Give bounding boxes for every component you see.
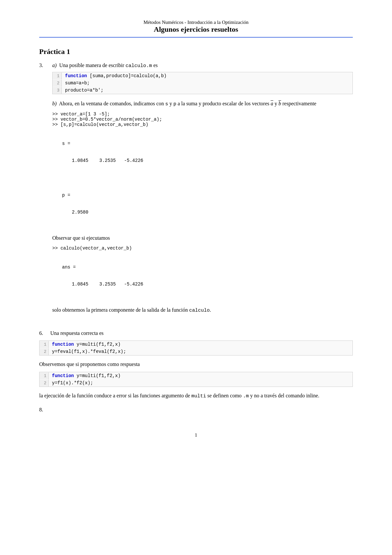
line-content-6a-1: function y=multi(f1,f2,x) [49, 341, 124, 348]
output-ans-label: ans = [62, 265, 353, 270]
p-code: p [173, 101, 176, 107]
code-block-6b: 1 function y=multi(f1,f2,x) 2 y=f1(x).*f… [39, 372, 353, 387]
code-line-1: 1 function [suma,producto]=calculo(a,b) [53, 72, 352, 79]
code-block-6a: 1 function y=multi(f1,f2,x) 2 y=feval(f1… [39, 340, 353, 356]
output-s-label: s = [62, 141, 353, 146]
problem-6-observar: Observemos que si proponemos como respue… [39, 360, 353, 369]
line-content-2: suma=a+b; [62, 79, 93, 87]
observar-text: Observar que si ejecutamos [52, 234, 353, 242]
line-num-6b-1: 1 [40, 373, 49, 379]
code-6a-line-1: 1 function y=multi(f1,f2,x) [40, 341, 352, 348]
s-code: s [165, 101, 168, 107]
line-num-6a-1: 1 [40, 341, 49, 348]
conclusion-text: solo obtenemos la primera componente de … [52, 306, 353, 315]
problem-3-number: 3. [39, 62, 52, 320]
commands-block: >> vector_a=[1 3 -5]; >> vector_b=0.5*ve… [52, 112, 353, 127]
output-s-values: 1.0845 3.2535 -5.4226 [72, 158, 353, 163]
problem-8: 8. [39, 407, 353, 413]
part-b-label: b) [52, 101, 57, 106]
multi-code: multi [191, 393, 206, 399]
code-6a-line-2: 2 y=feval(f1,x).*feval(f2,x); [40, 348, 352, 355]
code-line-3: 3 producto=a*b'; [53, 87, 352, 94]
vec-b: b [278, 101, 281, 106]
code-block-1: 1 function [suma,producto]=calculo(a,b) … [52, 72, 353, 94]
problem-6-conclusion: la ejecución de la función conduce a err… [39, 391, 353, 400]
vec-a: a [270, 101, 273, 106]
code-line-2: 2 suma=a+b; [53, 79, 352, 87]
code-6b-line-2: 2 y=f1(x).*f2(x); [40, 379, 352, 387]
problem-6: 6. Una respuesta correcta es 1 function … [39, 329, 353, 400]
problem-6-number: 6. [39, 329, 49, 338]
line-num-1: 1 [53, 73, 62, 79]
page-header: Métodos Numéricos - Introducción a la Op… [39, 20, 353, 34]
part-a-text2: es [153, 62, 157, 68]
section-title: Práctica 1 [39, 47, 353, 56]
part-a-label: a) [52, 62, 57, 68]
line-num-6a-2: 2 [40, 348, 49, 355]
line-num-2: 2 [53, 80, 62, 87]
header-subtitle: Métodos Numéricos - Introducción a la Op… [39, 20, 353, 25]
problem-3: 3. a) Una posible manera de escribir cal… [39, 62, 353, 320]
line-content-1: function [suma,producto]=calculo(a,b) [62, 72, 170, 79]
problem-6-intro: 6. Una respuesta correcta es [39, 329, 353, 338]
part-b-intro: b) Ahora, en la ventana de comandos, ind… [52, 99, 353, 108]
problem-3-part-a: a) Una posible manera de escribir calcul… [52, 62, 353, 94]
output-p-label: p = [62, 193, 353, 198]
header-title: Algunos ejercicios resueltos [39, 25, 353, 34]
output-p-values: 2.9580 [72, 210, 353, 215]
line-num-6b-2: 2 [40, 380, 49, 387]
output-ans: ans = 1.0845 3.2535 -5.4226 [62, 254, 353, 303]
problem-3-row: 3. a) Una posible manera de escribir cal… [39, 62, 353, 320]
output-s: s = 1.0845 3.2535 -5.4226 [62, 130, 353, 179]
page-number: 1 [39, 432, 353, 438]
code-6b-line-1: 1 function y=multi(f1,f2,x) [40, 372, 352, 379]
part-a-code-inline: calculo.m [125, 63, 152, 69]
calculo-code: calculo [189, 308, 210, 313]
line-content-6b-2: y=f1(x).*f2(x); [49, 379, 96, 387]
problem-8-number: 8. [39, 407, 49, 413]
header-rule [39, 37, 353, 38]
command2-block: >> calculo(vector_a,vector_b) [52, 246, 353, 251]
dotm-code: .m [243, 393, 249, 399]
part-a-text: Una posible manera de escribir [59, 62, 124, 68]
line-content-6a-2: y=feval(f1,x).*feval(f2,x); [49, 348, 129, 355]
line-content-6b-1: function y=multi(f1,f2,x) [49, 372, 124, 379]
line-content-3: producto=a*b'; [62, 87, 107, 94]
problem-6-intro-text: Una respuesta correcta es [50, 330, 104, 336]
line-num-3: 3 [53, 87, 62, 94]
problem-3-part-b: b) Ahora, en la ventana de comandos, ind… [52, 99, 353, 315]
output-p: p = 2.9580 [62, 182, 353, 231]
output-ans-values: 1.0845 3.2535 -5.4226 [72, 282, 353, 287]
problem-3-content: a) Una posible manera de escribir calcul… [52, 62, 353, 320]
